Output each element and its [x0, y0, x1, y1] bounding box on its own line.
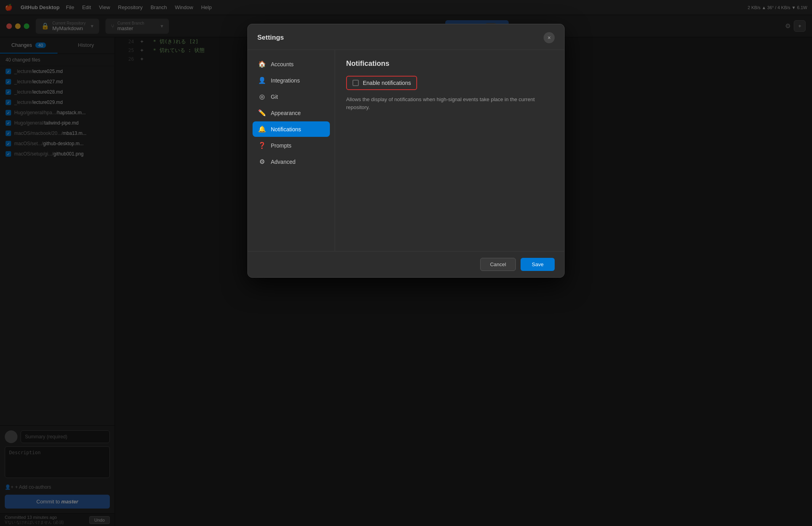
- enable-notifications-row: Enable notifications: [346, 76, 417, 90]
- sidebar-item-notifications[interactable]: 🔔 Notifications: [253, 121, 330, 137]
- git-icon: ◎: [258, 93, 266, 100]
- dialog-title: Settings: [257, 34, 284, 42]
- advanced-label: Advanced: [271, 159, 295, 165]
- bell-icon: 🔔: [258, 125, 266, 133]
- integrations-label: Integrations: [271, 77, 300, 84]
- enable-notifications-checkbox[interactable]: [352, 80, 359, 86]
- sidebar-item-appearance[interactable]: ✏️ Appearance: [253, 105, 330, 121]
- settings-content: Notifications Enable notifications Allow…: [335, 50, 564, 251]
- person-icon: 👤: [258, 77, 266, 84]
- appearance-icon: ✏️: [258, 109, 266, 117]
- sidebar-item-git[interactable]: ◎ Git: [253, 89, 330, 104]
- settings-dialog: Settings × 🏠 Accounts 👤 Integrations ◎ G…: [247, 24, 565, 278]
- sidebar-item-integrations[interactable]: 👤 Integrations: [253, 73, 330, 88]
- accounts-label: Accounts: [271, 61, 294, 67]
- notification-description: Allows the display of notifications when…: [346, 96, 536, 111]
- home-icon: 🏠: [258, 60, 266, 68]
- prompts-label: Prompts: [271, 142, 291, 149]
- dialog-header: Settings ×: [248, 24, 564, 50]
- git-label: Git: [271, 94, 278, 100]
- section-title: Notifications: [346, 60, 553, 68]
- close-dialog-button[interactable]: ×: [544, 32, 555, 43]
- dialog-body: 🏠 Accounts 👤 Integrations ◎ Git ✏️ Appea…: [248, 50, 564, 251]
- enable-notifications-label: Enable notifications: [363, 80, 411, 86]
- appearance-label: Appearance: [271, 110, 301, 116]
- sidebar-item-prompts[interactable]: ❓ Prompts: [253, 138, 330, 153]
- sidebar-item-advanced[interactable]: ⚙ Advanced: [253, 154, 330, 169]
- question-icon: ❓: [258, 142, 266, 149]
- gear-icon: ⚙: [258, 158, 266, 165]
- dialog-footer: Cancel Save: [248, 251, 564, 277]
- settings-nav: 🏠 Accounts 👤 Integrations ◎ Git ✏️ Appea…: [248, 50, 335, 251]
- save-button[interactable]: Save: [521, 258, 555, 271]
- notifications-label: Notifications: [271, 126, 301, 132]
- settings-overlay: Settings × 🏠 Accounts 👤 Integrations ◎ G…: [0, 0, 812, 526]
- sidebar-item-accounts[interactable]: 🏠 Accounts: [253, 56, 330, 72]
- cancel-button[interactable]: Cancel: [480, 258, 516, 271]
